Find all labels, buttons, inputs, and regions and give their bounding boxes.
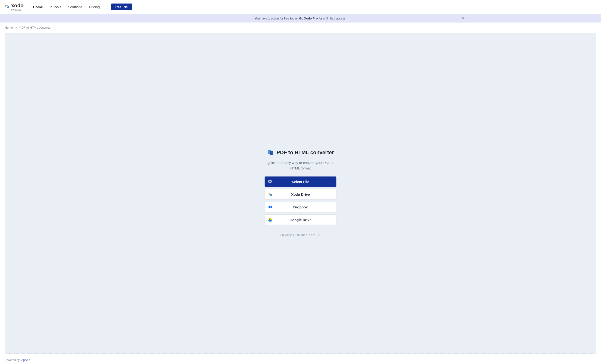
banner-suffix: for unlimited access.: [318, 17, 346, 20]
logo-name: xodo: [11, 3, 24, 8]
banner-prefix: You have 1 action for free today.: [255, 17, 299, 20]
svg-rect-8: [269, 193, 270, 195]
breadcrumb: Home PDF to HTML converter: [0, 22, 601, 33]
svg-rect-9: [270, 194, 272, 196]
google-drive-icon: [268, 217, 272, 222]
nav-tools[interactable]: Tools: [49, 5, 61, 9]
google-drive-label: Google Drive: [265, 218, 336, 222]
dropbox-icon: [268, 205, 272, 209]
svg-rect-2: [6, 5, 8, 7]
nav-pricing[interactable]: Pricing: [89, 5, 100, 9]
breadcrumb-current: PDF to HTML converter: [20, 26, 52, 29]
logo-subline: by apryse: [11, 9, 24, 11]
breadcrumb-separator-icon: [15, 26, 17, 29]
drop-hint-text: Or drop PDF files here: [280, 233, 316, 237]
select-file-label: Select File: [265, 180, 336, 184]
nav-tools-label: Tools: [53, 5, 61, 9]
promo-banner: You have 1 action for free today. Go Xod…: [0, 14, 601, 22]
xodo-drive-icon: [268, 192, 272, 197]
xodo-drive-label: Xodo Drive: [265, 192, 336, 197]
file-source-buttons: Select File Xodo Drive Dropbox: [265, 177, 336, 225]
dropbox-label: Dropbox: [265, 205, 336, 209]
logo[interactable]: xodo by apryse: [4, 3, 24, 11]
svg-rect-5: [270, 152, 273, 152]
download-arrow-icon: [317, 233, 321, 237]
footer-company-link[interactable]: Apryse: [21, 358, 30, 362]
xodo-logo-icon: [4, 4, 10, 10]
footer: Powered by Apryse: [0, 356, 601, 364]
svg-rect-7: [269, 180, 271, 182]
banner-cta-link[interactable]: Go Xodo Pro: [299, 17, 318, 20]
drop-hint: Or drop PDF files here: [280, 233, 321, 237]
free-trial-button[interactable]: Free Trial: [111, 3, 132, 10]
breadcrumb-home[interactable]: Home: [5, 26, 13, 29]
nav-home[interactable]: Home: [33, 5, 43, 9]
close-icon: [462, 16, 465, 20]
dropbox-button[interactable]: Dropbox: [265, 202, 336, 212]
footer-powered-by: Powered by: [5, 358, 20, 362]
file-drop-zone[interactable]: PDF to HTML converter Quick and easy way…: [5, 33, 596, 354]
page-title: PDF to HTML converter: [277, 149, 334, 156]
banner-close-button[interactable]: [462, 16, 465, 20]
top-nav: xodo by apryse Home Tools Solutions Pric…: [0, 0, 601, 14]
main-nav: Home Tools Solutions Pricing Free Trial: [33, 3, 132, 10]
select-file-button[interactable]: Select File: [265, 177, 336, 187]
xodo-drive-button[interactable]: Xodo Drive: [265, 189, 336, 199]
pdf-to-html-icon: [267, 149, 274, 156]
svg-rect-6: [270, 153, 273, 153]
tool-description: Quick and easy way to convert your PDF t…: [264, 160, 337, 171]
chevron-down-icon: [49, 5, 52, 9]
google-drive-button[interactable]: Google Drive: [265, 215, 336, 225]
tool-header: PDF to HTML converter: [267, 149, 334, 156]
main-content: PDF to HTML converter Quick and easy way…: [0, 33, 601, 356]
nav-solutions[interactable]: Solutions: [68, 5, 82, 9]
laptop-icon: [268, 179, 272, 184]
